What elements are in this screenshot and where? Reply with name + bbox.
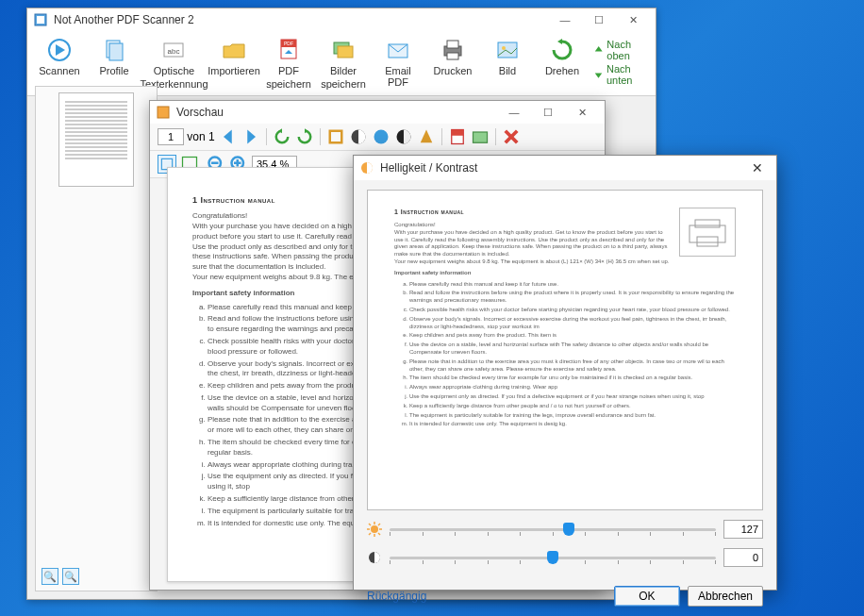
brightness-contrast-button[interactable] <box>349 127 368 146</box>
save-image-small-button[interactable] <box>471 127 490 146</box>
rotate-left-button[interactable] <box>273 127 291 146</box>
svg-rect-23 <box>158 107 169 118</box>
minimize-button[interactable]: — <box>548 10 582 29</box>
revert-button[interactable]: Rückgängig <box>367 590 426 603</box>
dialog-close-button[interactable]: ✕ <box>744 160 771 175</box>
blackwhite-button[interactable] <box>394 127 413 146</box>
svg-line-60 <box>378 524 380 525</box>
window-control-group: — ☐ ✕ <box>548 10 650 29</box>
svg-marker-21 <box>595 46 603 51</box>
dialog-title: Helligkeit / Kontrast <box>380 161 744 175</box>
brightness-slider-thumb[interactable] <box>563 523 574 536</box>
preview-maximize-button[interactable]: ☐ <box>531 103 565 122</box>
print-button[interactable]: Drucken <box>426 35 479 78</box>
profiles-button[interactable]: Profile <box>88 35 141 78</box>
picture-icon <box>494 37 521 63</box>
app-icon <box>33 12 48 27</box>
doc-list-item: Check possible health risks with your do… <box>409 307 736 314</box>
thumbnail-zoom-controls: 🔍 🔍 <box>42 568 79 585</box>
thumb-zoom-in-button[interactable]: 🔍 <box>62 568 79 585</box>
svg-point-52 <box>371 525 378 533</box>
crop-button[interactable] <box>326 127 345 146</box>
close-window-button[interactable]: ✕ <box>616 10 650 29</box>
move-up-button[interactable]: Nach oben <box>594 39 646 61</box>
email-pdf-button[interactable]: Email PDF <box>372 35 424 90</box>
rotate-button[interactable]: Drehen <box>536 35 589 78</box>
dialog-icon <box>359 160 374 175</box>
page-of-label: von 1 <box>187 130 214 143</box>
thumbnail-panel: 🔍 🔍 <box>35 86 158 591</box>
svg-line-57 <box>369 524 371 525</box>
contrast-slider[interactable] <box>390 549 716 566</box>
svg-rect-1 <box>37 16 44 24</box>
doc-list-item: Use the device on a stable, level and ho… <box>409 341 736 357</box>
pdf-label-2: speichern <box>266 78 311 90</box>
ok-button[interactable]: OK <box>614 586 680 607</box>
cancel-button[interactable]: Abbrechen <box>688 586 763 607</box>
save-pdf-button[interactable]: PDF PDF speichern <box>262 35 315 92</box>
rotate-label: Drehen <box>545 65 579 76</box>
preview-app-icon <box>156 105 171 120</box>
preview-close-button[interactable]: ✕ <box>565 103 599 122</box>
svg-rect-5 <box>109 43 123 60</box>
main-titlebar: Not Another PDF Scanner 2 — ☐ ✕ <box>27 8 656 31</box>
import-button[interactable]: Importieren <box>208 35 260 78</box>
rotate-icon <box>549 37 575 63</box>
printer-sketch-icon-small <box>684 216 731 248</box>
brightness-slider[interactable] <box>390 521 716 538</box>
images-label-1: Bilder <box>330 65 357 76</box>
dialog-content: 1 Instruction manual Congratulations! Wi… <box>354 180 776 576</box>
svg-point-19 <box>502 46 506 50</box>
sharpen-button[interactable] <box>417 127 436 146</box>
brightness-slider-row <box>367 520 763 539</box>
prev-page-button[interactable] <box>219 127 238 146</box>
picture-label: Bild <box>499 65 516 76</box>
svg-rect-13 <box>338 46 353 58</box>
brightness-icon <box>367 522 382 537</box>
arrow-down-icon <box>594 69 603 80</box>
maximize-button[interactable]: ☐ <box>582 10 616 29</box>
pdf-label-1: PDF <box>278 65 299 76</box>
doc-list-item: Keep a sufficiently large distance from … <box>409 403 736 410</box>
svg-point-30 <box>374 130 388 144</box>
brightness-contrast-dialog: Helligkeit / Kontrast ✕ 1 Instruction ma… <box>353 155 777 591</box>
delete-button[interactable] <box>502 127 521 146</box>
ocr-button[interactable]: abc Optische Texterkennung <box>142 35 206 92</box>
page-current-input[interactable] <box>158 128 184 145</box>
images-label-2: speichern <box>321 78 366 90</box>
next-page-button[interactable] <box>241 127 260 146</box>
svg-marker-20 <box>557 39 562 44</box>
svg-rect-34 <box>451 130 463 136</box>
rotate-right-button[interactable] <box>295 127 314 146</box>
svg-rect-16 <box>447 41 458 48</box>
svg-text:PDF: PDF <box>284 41 293 46</box>
preview-titlebar: Vorschau — ☐ ✕ <box>150 101 605 124</box>
svg-marker-24 <box>224 130 232 144</box>
email-label: Email PDF <box>377 65 419 88</box>
doc-list-item: It is intended for domestic use only. Th… <box>409 421 736 428</box>
preview-minimize-button[interactable]: — <box>497 103 531 122</box>
import-label: Importieren <box>208 65 260 76</box>
svg-rect-18 <box>498 42 517 58</box>
doc-list-item: Use the equipment only as directed. If y… <box>409 393 736 401</box>
picture-button[interactable]: Bild <box>481 35 534 78</box>
move-down-button[interactable]: Nach unten <box>594 63 646 86</box>
svg-rect-17 <box>447 53 458 59</box>
contrast-slider-thumb[interactable] <box>547 551 558 564</box>
import-icon <box>221 37 247 63</box>
dialog-titlebar: Helligkeit / Kontrast ✕ <box>354 156 776 180</box>
scan-button[interactable]: Scannen <box>33 35 86 78</box>
contrast-value-input[interactable] <box>723 548 763 567</box>
page-thumbnail[interactable] <box>58 92 134 187</box>
doc-list-item: Read and follow the instructions before … <box>409 290 736 305</box>
save-pdf-small-button[interactable] <box>448 127 467 146</box>
save-images-button[interactable]: Bilder speichern <box>317 35 370 92</box>
ocr-icon: abc <box>160 37 187 63</box>
thumb-zoom-out-button[interactable]: 🔍 <box>42 568 58 585</box>
brightness-value-input[interactable] <box>723 520 763 539</box>
doc-list-item: Keep children and pets away from the pro… <box>409 332 736 340</box>
arrow-up-icon <box>594 44 603 56</box>
email-icon <box>385 37 411 63</box>
hue-button[interactable] <box>372 127 390 146</box>
doc-list-item: Please carefully read this manual and ke… <box>409 281 736 289</box>
